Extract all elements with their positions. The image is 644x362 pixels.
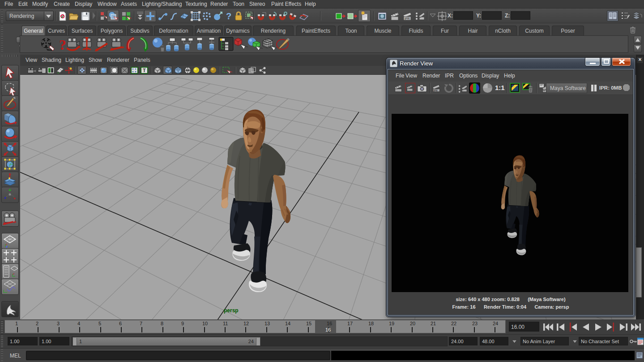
svg-text:T: T — [143, 68, 146, 73]
svg-text:?: ? — [226, 11, 231, 21]
svg-text:IPR: IPR — [405, 17, 410, 20]
svg-text:IPR: IPR — [434, 89, 438, 92]
